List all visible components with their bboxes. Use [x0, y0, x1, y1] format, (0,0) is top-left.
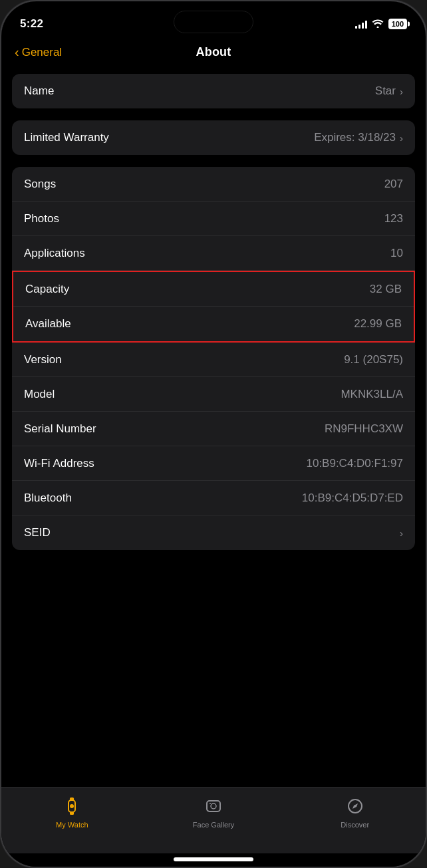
photos-row: Photos 123: [12, 202, 415, 236]
svg-point-3: [70, 804, 74, 808]
back-chevron-icon: ‹: [15, 45, 19, 60]
songs-label: Songs: [24, 178, 56, 191]
warranty-chevron-icon: ›: [400, 132, 403, 144]
warranty-label: Limited Warranty: [24, 131, 109, 144]
available-value: 22.99 GB: [354, 317, 402, 331]
applications-value: 10: [390, 247, 403, 260]
songs-value: 207: [384, 178, 403, 191]
available-label: Available: [25, 317, 71, 331]
page-title: About: [196, 45, 231, 59]
svg-rect-1: [70, 797, 74, 801]
songs-row: Songs 207: [12, 167, 415, 202]
warranty-row[interactable]: Limited Warranty Expires: 3/18/23 ›: [12, 120, 415, 155]
serial-value: RN9FHHC3XW: [325, 422, 403, 436]
name-label: Name: [24, 84, 54, 98]
version-label: Version: [24, 353, 62, 366]
svg-point-5: [211, 803, 216, 809]
stats-group: Songs 207 Photos 123 Applications 10 Cap…: [12, 167, 415, 550]
nav-header: ‹ General About: [1, 37, 426, 67]
dynamic-island: [174, 11, 253, 33]
status-time: 5:22: [20, 17, 43, 31]
discover-label: Discover: [341, 821, 369, 829]
model-row: Model MKNK3LL/A: [12, 377, 415, 412]
name-chevron-icon: ›: [400, 86, 403, 97]
name-row[interactable]: Name Star ›: [12, 74, 415, 108]
my-watch-icon: [63, 797, 81, 818]
bluetooth-label: Bluetooth: [24, 492, 72, 505]
capacity-row: Capacity 32 GB: [13, 272, 414, 307]
wifi-address-row: Wi-Fi Address 10:B9:C4:D0:F1:97: [12, 446, 415, 481]
version-value: 9.1 (20S75): [344, 353, 403, 366]
version-row: Version 9.1 (20S75): [12, 343, 415, 377]
photos-value: 123: [384, 212, 403, 225]
seid-value: ›: [398, 527, 403, 539]
name-value: Star ›: [375, 84, 403, 98]
face-gallery-icon: [204, 797, 223, 818]
wifi-icon: [372, 19, 384, 30]
wifi-address-label: Wi-Fi Address: [24, 457, 94, 470]
status-right: 100: [355, 19, 407, 30]
screen: 5:22 100 ‹: [1, 1, 426, 867]
svg-rect-4: [207, 801, 220, 811]
tab-discover[interactable]: Discover: [284, 794, 426, 829]
wifi-address-value: 10:B9:C4:D0:F1:97: [306, 457, 403, 470]
tab-face-gallery[interactable]: Face Gallery: [143, 794, 285, 829]
content-area: Name Star › Limited Warranty Expires: 3/…: [1, 67, 426, 787]
home-indicator: [174, 857, 253, 861]
seid-label: SEID: [24, 526, 51, 539]
bluetooth-value: 10:B9:C4:D5:D7:ED: [302, 492, 403, 505]
signal-icon: [355, 20, 367, 29]
tab-my-watch[interactable]: My Watch: [1, 794, 143, 829]
serial-row: Serial Number RN9FHHC3XW: [12, 412, 415, 446]
battery-level: 100: [392, 20, 404, 28]
name-group: Name Star ›: [12, 74, 415, 108]
applications-row: Applications 10: [12, 236, 415, 271]
capacity-value: 32 GB: [370, 283, 402, 296]
photos-label: Photos: [24, 212, 59, 225]
face-gallery-label: Face Gallery: [193, 821, 234, 829]
svg-rect-2: [70, 811, 74, 815]
discover-icon: [346, 797, 364, 818]
capacity-label: Capacity: [25, 283, 69, 296]
model-label: Model: [24, 388, 55, 401]
serial-label: Serial Number: [24, 422, 96, 436]
svg-marker-8: [353, 803, 358, 809]
bluetooth-row: Bluetooth 10:B9:C4:D5:D7:ED: [12, 481, 415, 515]
tab-bar: My Watch Face Gallery: [1, 787, 426, 853]
back-button[interactable]: ‹ General: [15, 45, 62, 60]
back-label: General: [22, 46, 62, 59]
seid-row[interactable]: SEID ›: [12, 515, 415, 550]
battery-icon: 100: [388, 19, 407, 29]
home-indicator-bar: [1, 853, 426, 867]
available-row: Available 22.99 GB: [13, 307, 414, 341]
applications-label: Applications: [24, 247, 85, 260]
highlight-box: Capacity 32 GB Available 22.99 GB: [12, 271, 415, 343]
my-watch-label: My Watch: [56, 821, 88, 829]
phone-frame: 5:22 100 ‹: [0, 0, 427, 868]
model-value: MKNK3LL/A: [341, 388, 403, 401]
seid-chevron-icon: ›: [400, 527, 403, 539]
warranty-group: Limited Warranty Expires: 3/18/23 ›: [12, 120, 415, 155]
warranty-value: Expires: 3/18/23 ›: [314, 131, 403, 144]
